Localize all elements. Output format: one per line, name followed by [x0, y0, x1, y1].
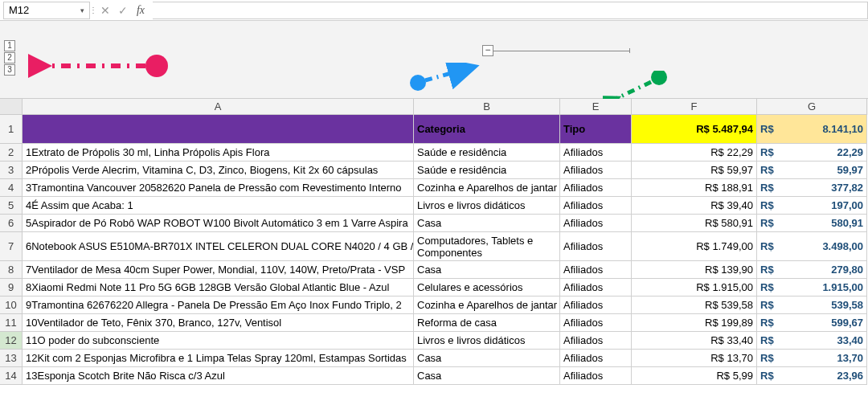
cell[interactable]: R$3.498,00	[757, 232, 867, 261]
cell[interactable]: 11O poder do subconsciente	[23, 332, 414, 350]
cell[interactable]: Cozinha e Aparelhos de jantar	[414, 179, 560, 197]
cell[interactable]: R$279,80	[757, 261, 867, 279]
row-header[interactable]: 8	[0, 261, 23, 279]
cell[interactable]: Saúde e residência	[414, 144, 560, 162]
cell[interactable]: Cozinha e Aparelhos de jantar	[414, 297, 560, 314]
cell[interactable]: R$ 13,70	[632, 350, 757, 367]
cell[interactable]: Livros e livros didáticos	[414, 332, 560, 350]
cell[interactable]: R$22,29	[757, 144, 867, 162]
table-row: 76Notebook ASUS E510MA-BR701X INTEL CELE…	[0, 232, 868, 261]
cell[interactable]: 4É Assim que Acaba: 1	[23, 197, 414, 215]
cell[interactable]: Afiliados	[560, 232, 632, 261]
cell[interactable]: R$580,91	[757, 215, 867, 232]
cell[interactable]	[23, 115, 414, 144]
row-header[interactable]: 4	[0, 179, 23, 197]
cell[interactable]: Celulares e acessórios	[414, 279, 560, 297]
cell[interactable]: Casa	[414, 261, 560, 279]
cell[interactable]: Livros e livros didáticos	[414, 197, 560, 215]
cell[interactable]: Casa	[414, 350, 560, 367]
cell[interactable]: Categoria	[414, 115, 560, 144]
cell[interactable]: 10Ventilador de Teto, Fênix 370, Branco,…	[23, 314, 414, 332]
cell[interactable]: R$539,58	[757, 297, 867, 314]
cell[interactable]: 9Tramontina 62676220 Allegra - Panela De…	[23, 297, 414, 314]
fx-icon[interactable]: fx	[132, 2, 149, 19]
cell[interactable]: R$1.915,00	[757, 279, 867, 297]
col-header-E[interactable]: E	[560, 99, 632, 115]
cell[interactable]: 6Notebook ASUS E510MA-BR701X INTEL CELER…	[23, 232, 414, 261]
cell[interactable]: 5Aspirador de Pó Robô WAP ROBOT W100 Biv…	[23, 215, 414, 232]
row-header[interactable]: 7	[0, 232, 23, 261]
cell[interactable]: Reforma de casa	[414, 314, 560, 332]
cell[interactable]: R$ 580,91	[632, 215, 757, 232]
cell[interactable]: R$ 33,40	[632, 332, 757, 350]
cell[interactable]: R$599,67	[757, 314, 867, 332]
cell[interactable]: 12Kit com 2 Esponjas Microfibra e 1 Limp…	[23, 350, 414, 367]
cell[interactable]: Afiliados	[560, 197, 632, 215]
cell[interactable]: 2Própolis Verde Alecrim, Vitamina C, D3,…	[23, 162, 414, 179]
row-header[interactable]: 11	[0, 314, 23, 332]
cell[interactable]: 3Tramontina Vancouver 20582620 Panela de…	[23, 179, 414, 197]
cell[interactable]: R$ 59,97	[632, 162, 757, 179]
cell[interactable]: R$ 5.487,94	[632, 115, 757, 144]
cell[interactable]: Afiliados	[560, 162, 632, 179]
cell[interactable]: Computadores, Tablets e Componentes	[414, 232, 560, 261]
cell[interactable]: Afiliados	[560, 179, 632, 197]
cell[interactable]: R$377,82	[757, 179, 867, 197]
cell[interactable]: R$ 539,58	[632, 297, 757, 314]
chevron-down-icon[interactable]: ▾	[80, 6, 84, 14]
cell[interactable]: Saúde e residência	[414, 162, 560, 179]
cell[interactable]: Tipo	[560, 115, 632, 144]
cell[interactable]: R$13,70	[757, 350, 867, 367]
cell[interactable]: R$ 199,89	[632, 314, 757, 332]
cell[interactable]: 13Esponja Scotch Brite Não Risca c/3 Azu…	[23, 367, 414, 385]
cell[interactable]: Afiliados	[560, 350, 632, 367]
cell[interactable]: Afiliados	[560, 144, 632, 162]
outline-level-1[interactable]: 1	[4, 40, 15, 51]
col-header-F[interactable]: F	[632, 99, 757, 115]
col-header-A[interactable]: A	[23, 99, 414, 115]
cell[interactable]: Afiliados	[560, 314, 632, 332]
cell[interactable]: 8Xiaomi Redmi Note 11 Pro 5G 6GB 128GB V…	[23, 279, 414, 297]
cell[interactable]: Afiliados	[560, 279, 632, 297]
cell[interactable]: R$23,96	[757, 367, 867, 385]
row-header[interactable]: 9	[0, 279, 23, 297]
row-header[interactable]: 13	[0, 350, 23, 367]
outline-level-2[interactable]: 2	[4, 52, 15, 63]
cell[interactable]: Afiliados	[560, 261, 632, 279]
cell[interactable]: R$ 5,99	[632, 367, 757, 385]
row-header[interactable]: 3	[0, 162, 23, 179]
cell[interactable]: Casa	[414, 215, 560, 232]
col-header-B[interactable]: B	[414, 99, 560, 115]
outline-collapse-button[interactable]: −	[482, 45, 493, 56]
cell[interactable]: R$59,97	[757, 162, 867, 179]
cell[interactable]: Afiliados	[560, 215, 632, 232]
cell[interactable]: R$ 22,29	[632, 144, 757, 162]
cell[interactable]: Casa	[414, 367, 560, 385]
select-all-corner[interactable]	[0, 99, 23, 115]
name-box[interactable]: M12 ▾	[3, 2, 90, 19]
cell[interactable]: 1Extrato de Própolis 30 ml, Linha Própol…	[23, 144, 414, 162]
outline-level-3[interactable]: 3	[4, 64, 15, 76]
cell[interactable]: R$8.141,10	[757, 115, 867, 144]
cell[interactable]: R$ 139,90	[632, 261, 757, 279]
row-header[interactable]: 6	[0, 215, 23, 232]
row-header[interactable]: 10	[0, 297, 23, 314]
formula-bar: M12 ▾ ⋮ ✕ ✓ fx	[0, 0, 868, 21]
cell[interactable]: R$33,40	[757, 332, 867, 350]
cell[interactable]: R$ 39,40	[632, 197, 757, 215]
cell[interactable]: Afiliados	[560, 297, 632, 314]
row-header[interactable]: 2	[0, 144, 23, 162]
formula-input[interactable]	[153, 2, 868, 19]
col-header-G[interactable]: G	[757, 99, 867, 115]
cell[interactable]: Afiliados	[560, 332, 632, 350]
cell[interactable]: R$ 1.749,00	[632, 232, 757, 261]
row-header[interactable]: 5	[0, 197, 23, 215]
cell[interactable]: R$ 1.915,00	[632, 279, 757, 297]
cell[interactable]: R$197,00	[757, 197, 867, 215]
row-header[interactable]: 14	[0, 367, 23, 385]
row-header[interactable]: 1	[0, 115, 23, 144]
cell[interactable]: 7Ventilador de Mesa 40cm Super Power, Mo…	[23, 261, 414, 279]
cell[interactable]: R$ 188,91	[632, 179, 757, 197]
row-header[interactable]: 12	[0, 332, 23, 350]
cell[interactable]: Afiliados	[560, 367, 632, 385]
